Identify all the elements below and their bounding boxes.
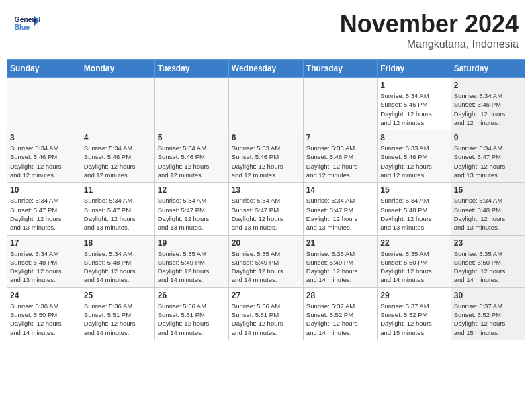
calendar-cell: 18Sunrise: 5:34 AM Sunset: 5:48 PM Dayli… xyxy=(81,235,154,287)
calendar-cell: 11Sunrise: 5:34 AM Sunset: 5:47 PM Dayli… xyxy=(81,183,154,235)
day-number: 13 xyxy=(232,185,300,195)
day-number: 6 xyxy=(232,133,300,142)
day-info: Sunrise: 5:37 AM Sunset: 5:52 PM Dayligh… xyxy=(454,302,522,337)
location: Mangkutana, Indonesia xyxy=(340,38,519,50)
day-info: Sunrise: 5:34 AM Sunset: 5:46 PM Dayligh… xyxy=(158,144,226,179)
calendar-cell xyxy=(81,78,154,130)
week-row-1: 1Sunrise: 5:34 AM Sunset: 5:46 PM Daylig… xyxy=(7,78,525,130)
calendar-cell: 16Sunrise: 5:34 AM Sunset: 5:48 PM Dayli… xyxy=(451,183,525,235)
col-header-sunday: Sunday xyxy=(7,60,81,78)
day-number: 20 xyxy=(232,238,300,248)
day-number: 24 xyxy=(10,291,78,300)
col-header-friday: Friday xyxy=(378,60,451,78)
day-number: 22 xyxy=(380,238,447,248)
calendar-cell: 24Sunrise: 5:36 AM Sunset: 5:50 PM Dayli… xyxy=(7,287,81,340)
calendar-cell: 28Sunrise: 5:37 AM Sunset: 5:52 PM Dayli… xyxy=(303,287,377,340)
day-number: 1 xyxy=(380,81,447,90)
day-info: Sunrise: 5:34 AM Sunset: 5:46 PM Dayligh… xyxy=(380,91,447,127)
day-number: 7 xyxy=(306,133,374,142)
day-number: 18 xyxy=(84,238,152,248)
day-info: Sunrise: 5:34 AM Sunset: 5:47 PM Dayligh… xyxy=(454,144,522,179)
calendar-cell: 30Sunrise: 5:37 AM Sunset: 5:52 PM Dayli… xyxy=(451,287,525,340)
calendar-cell: 19Sunrise: 5:35 AM Sunset: 5:49 PM Dayli… xyxy=(154,235,228,287)
day-info: Sunrise: 5:36 AM Sunset: 5:51 PM Dayligh… xyxy=(84,302,152,337)
calendar-cell xyxy=(303,78,377,130)
calendar-cell: 8Sunrise: 5:33 AM Sunset: 5:46 PM Daylig… xyxy=(378,130,451,183)
calendar-table: SundayMondayTuesdayWednesdayThursdayFrid… xyxy=(7,59,525,340)
day-number: 29 xyxy=(380,291,447,300)
calendar-cell: 29Sunrise: 5:37 AM Sunset: 5:52 PM Dayli… xyxy=(378,287,451,340)
week-row-4: 17Sunrise: 5:34 AM Sunset: 5:48 PM Dayli… xyxy=(7,235,525,287)
col-header-thursday: Thursday xyxy=(303,60,377,78)
week-row-3: 10Sunrise: 5:34 AM Sunset: 5:47 PM Dayli… xyxy=(7,183,525,235)
day-info: Sunrise: 5:34 AM Sunset: 5:48 PM Dayligh… xyxy=(454,196,522,232)
day-info: Sunrise: 5:36 AM Sunset: 5:51 PM Dayligh… xyxy=(158,302,226,337)
day-info: Sunrise: 5:33 AM Sunset: 5:46 PM Dayligh… xyxy=(232,144,300,179)
day-number: 26 xyxy=(158,291,226,300)
day-number: 8 xyxy=(380,133,447,142)
day-number: 16 xyxy=(454,185,522,195)
day-info: Sunrise: 5:36 AM Sunset: 5:51 PM Dayligh… xyxy=(232,302,300,337)
day-number: 3 xyxy=(10,133,78,142)
day-info: Sunrise: 5:35 AM Sunset: 5:50 PM Dayligh… xyxy=(380,249,447,285)
day-info: Sunrise: 5:34 AM Sunset: 5:47 PM Dayligh… xyxy=(84,196,152,232)
day-info: Sunrise: 5:34 AM Sunset: 5:47 PM Dayligh… xyxy=(10,196,78,232)
day-number: 19 xyxy=(158,238,226,248)
calendar-cell: 12Sunrise: 5:34 AM Sunset: 5:47 PM Dayli… xyxy=(154,183,228,235)
day-number: 28 xyxy=(306,291,374,300)
day-number: 17 xyxy=(10,238,78,248)
calendar-cell: 23Sunrise: 5:35 AM Sunset: 5:50 PM Dayli… xyxy=(451,235,525,287)
day-info: Sunrise: 5:34 AM Sunset: 5:48 PM Dayligh… xyxy=(10,249,78,285)
calendar-cell xyxy=(228,78,303,130)
day-info: Sunrise: 5:34 AM Sunset: 5:48 PM Dayligh… xyxy=(380,196,447,232)
title-section: November 2024 Mangkutana, Indonesia xyxy=(340,10,519,50)
logo-icon: General Blue xyxy=(13,10,40,37)
col-header-saturday: Saturday xyxy=(451,60,525,78)
col-header-tuesday: Tuesday xyxy=(154,60,228,78)
calendar-cell: 27Sunrise: 5:36 AM Sunset: 5:51 PM Dayli… xyxy=(228,287,303,340)
calendar-cell: 5Sunrise: 5:34 AM Sunset: 5:46 PM Daylig… xyxy=(154,130,228,183)
calendar-cell: 10Sunrise: 5:34 AM Sunset: 5:47 PM Dayli… xyxy=(7,183,81,235)
day-number: 10 xyxy=(10,185,78,195)
day-info: Sunrise: 5:34 AM Sunset: 5:47 PM Dayligh… xyxy=(306,196,374,232)
week-row-2: 3Sunrise: 5:34 AM Sunset: 5:46 PM Daylig… xyxy=(7,130,525,183)
day-info: Sunrise: 5:35 AM Sunset: 5:50 PM Dayligh… xyxy=(454,249,522,285)
day-number: 14 xyxy=(306,185,374,195)
day-info: Sunrise: 5:33 AM Sunset: 5:46 PM Dayligh… xyxy=(380,144,447,179)
calendar-cell: 17Sunrise: 5:34 AM Sunset: 5:48 PM Dayli… xyxy=(7,235,81,287)
logo: General Blue xyxy=(13,10,43,37)
day-number: 25 xyxy=(84,291,152,300)
day-number: 12 xyxy=(158,185,226,195)
day-info: Sunrise: 5:35 AM Sunset: 5:49 PM Dayligh… xyxy=(158,249,226,285)
week-row-5: 24Sunrise: 5:36 AM Sunset: 5:50 PM Dayli… xyxy=(7,287,525,340)
day-number: 27 xyxy=(232,291,300,300)
day-number: 30 xyxy=(454,291,522,300)
col-header-monday: Monday xyxy=(81,60,154,78)
day-info: Sunrise: 5:34 AM Sunset: 5:46 PM Dayligh… xyxy=(454,91,522,127)
day-info: Sunrise: 5:35 AM Sunset: 5:49 PM Dayligh… xyxy=(232,249,300,285)
page-header: General Blue November 2024 Mangkutana, I… xyxy=(7,7,525,54)
day-number: 21 xyxy=(306,238,374,248)
day-info: Sunrise: 5:37 AM Sunset: 5:52 PM Dayligh… xyxy=(306,302,374,337)
day-info: Sunrise: 5:33 AM Sunset: 5:46 PM Dayligh… xyxy=(306,144,374,179)
day-info: Sunrise: 5:34 AM Sunset: 5:46 PM Dayligh… xyxy=(10,144,78,179)
calendar-cell: 6Sunrise: 5:33 AM Sunset: 5:46 PM Daylig… xyxy=(228,130,303,183)
calendar-cell: 14Sunrise: 5:34 AM Sunset: 5:47 PM Dayli… xyxy=(303,183,377,235)
day-number: 9 xyxy=(454,133,522,142)
calendar-cell: 4Sunrise: 5:34 AM Sunset: 5:46 PM Daylig… xyxy=(81,130,154,183)
svg-text:Blue: Blue xyxy=(15,24,30,31)
calendar-cell: 9Sunrise: 5:34 AM Sunset: 5:47 PM Daylig… xyxy=(451,130,525,183)
day-info: Sunrise: 5:34 AM Sunset: 5:47 PM Dayligh… xyxy=(232,196,300,232)
calendar-cell: 13Sunrise: 5:34 AM Sunset: 5:47 PM Dayli… xyxy=(228,183,303,235)
day-number: 11 xyxy=(84,185,152,195)
calendar-cell: 25Sunrise: 5:36 AM Sunset: 5:51 PM Dayli… xyxy=(81,287,154,340)
calendar-cell: 3Sunrise: 5:34 AM Sunset: 5:46 PM Daylig… xyxy=(7,130,81,183)
col-header-wednesday: Wednesday xyxy=(228,60,303,78)
calendar-cell: 2Sunrise: 5:34 AM Sunset: 5:46 PM Daylig… xyxy=(451,78,525,130)
day-info: Sunrise: 5:34 AM Sunset: 5:48 PM Dayligh… xyxy=(84,249,152,285)
day-info: Sunrise: 5:34 AM Sunset: 5:46 PM Dayligh… xyxy=(84,144,152,179)
calendar-cell: 15Sunrise: 5:34 AM Sunset: 5:48 PM Dayli… xyxy=(378,183,451,235)
calendar-cell xyxy=(7,78,81,130)
calendar-cell: 22Sunrise: 5:35 AM Sunset: 5:50 PM Dayli… xyxy=(378,235,451,287)
day-info: Sunrise: 5:36 AM Sunset: 5:50 PM Dayligh… xyxy=(10,302,78,337)
